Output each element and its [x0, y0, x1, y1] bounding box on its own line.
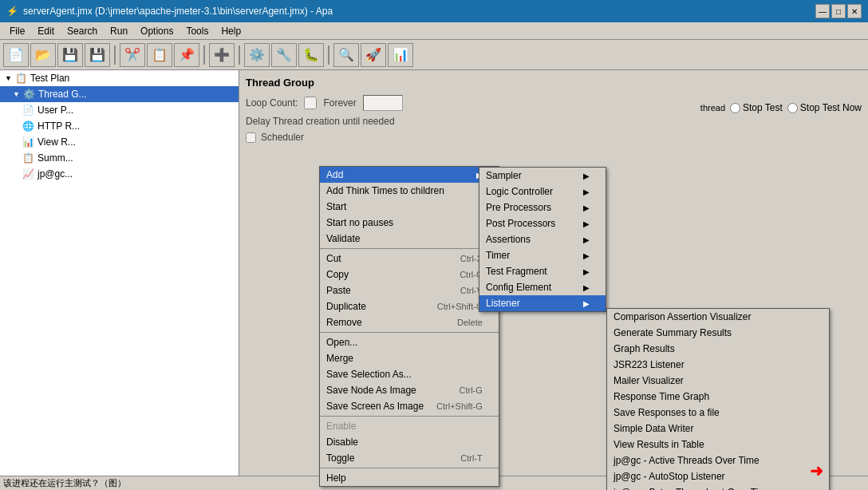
menu-options[interactable]: Options: [134, 24, 180, 38]
toolbar-settings2[interactable]: 🔧: [271, 43, 297, 67]
ls-active-threads[interactable]: jp@gc - Active Threads Over Time: [607, 452, 829, 468]
toolbar-chart[interactable]: 📊: [388, 43, 413, 67]
add-timer-label: Timer: [486, 250, 510, 261]
ctx-help-label: Help: [326, 472, 346, 484]
summ-icon: 📋: [22, 152, 34, 164]
ls-simple-data-label: Simple Data Writer: [614, 423, 693, 434]
add-submenu-timer[interactable]: Timer ▶: [479, 247, 606, 263]
tree-item-user-p[interactable]: 📄 User P...: [0, 102, 239, 118]
ctx-item-start-no-pauses[interactable]: Start no pauses: [320, 215, 499, 231]
toolbar-paste[interactable]: 📌: [174, 43, 199, 67]
ctx-sep-2: [320, 332, 499, 333]
ctx-item-validate[interactable]: Validate: [320, 231, 499, 247]
toolbar-sep-3: [239, 45, 240, 65]
ctx-item-copy[interactable]: Copy Ctrl-C: [320, 267, 499, 283]
ctx-item-merge[interactable]: Merge: [320, 350, 499, 366]
ls-view-table[interactable]: View Results in Table: [607, 437, 829, 452]
tree-item-summ[interactable]: 📋 Summ...: [0, 150, 239, 166]
ctx-add-label: Add: [326, 169, 343, 180]
thread-count-label: thread: [700, 103, 725, 113]
add-submenu-config[interactable]: Config Element ▶: [479, 279, 606, 295]
add-post-label: Post Processors: [486, 218, 555, 229]
menu-run[interactable]: Run: [104, 24, 134, 38]
ls-mailer[interactable]: Mailer Visualizer: [607, 373, 829, 389]
toolbar-cut[interactable]: ✂️: [120, 43, 145, 67]
menu-edit[interactable]: Edit: [31, 24, 61, 38]
ls-jsr223[interactable]: JSR223 Listener: [607, 357, 829, 373]
ctx-item-duplicate[interactable]: Duplicate Ctrl+Shift-C: [320, 298, 499, 314]
tree-item-jpgc[interactable]: 📈 jp@gc...: [0, 166, 239, 182]
tree-item-thread-group[interactable]: ▼ ⚙️ Thread G...: [0, 86, 239, 102]
add-submenu-assertions[interactable]: Assertions ▶: [479, 231, 606, 247]
toolbar-open[interactable]: 📂: [30, 43, 56, 67]
ctx-item-add[interactable]: Add ▶: [320, 167, 499, 183]
toolbar-run[interactable]: 🚀: [361, 43, 386, 67]
maximize-button[interactable]: □: [831, 4, 846, 18]
ctx-item-disable[interactable]: Disable: [320, 434, 499, 450]
toolbar-new[interactable]: 📄: [3, 43, 29, 67]
title-text: serverAgent.jmx (D:\jmeter\apache-jmeter…: [23, 6, 333, 17]
scheduler-label: Scheduler: [261, 132, 304, 143]
forever-checkbox[interactable]: [304, 95, 317, 111]
menu-file[interactable]: File: [3, 24, 31, 38]
ctx-item-toggle[interactable]: Toggle Ctrl-T: [320, 450, 499, 466]
ctx-item-save-sel[interactable]: Save Selection As...: [320, 366, 499, 382]
main-content: ▼ 📋 Test Plan ▼ ⚙️ Thread G... 📄 User P.…: [0, 70, 868, 490]
toolbar-search[interactable]: 🔍: [333, 43, 359, 67]
ls-simple-data[interactable]: Simple Data Writer: [607, 421, 829, 437]
ctx-item-remove[interactable]: Remove Delete: [320, 314, 499, 330]
menu-help[interactable]: Help: [215, 24, 247, 38]
ctx-dup-shortcut: Ctrl+Shift-C: [437, 302, 483, 311]
ctx-item-cut[interactable]: Cut Ctrl-X: [320, 251, 499, 267]
tree-item-view-r[interactable]: 📊 View R...: [0, 134, 239, 150]
jpgc-icon: 📈: [22, 168, 34, 180]
add-sampler-arrow: ▶: [583, 172, 590, 180]
tree-item-http-r[interactable]: 🌐 HTTP R...: [0, 118, 239, 134]
toolbar-add[interactable]: ➕: [209, 43, 235, 67]
ls-response-time-label: Response Time Graph: [614, 391, 709, 402]
add-submenu-logic[interactable]: Logic Controller ▶: [479, 184, 606, 200]
toolbar-sep-1: [114, 45, 116, 65]
ls-autostop[interactable]: jp@gc - AutoStop Listener: [607, 468, 829, 484]
loop-count-input[interactable]: [363, 95, 403, 111]
add-submenu-test-frag[interactable]: Test Fragment ▶: [479, 263, 606, 279]
stop-test-label: Stop Test: [743, 102, 783, 113]
ctx-open-label: Open...: [326, 337, 357, 348]
add-submenu-post[interactable]: Post Processors ▶: [479, 215, 606, 231]
ctx-toggle-shortcut: Ctrl-T: [460, 453, 483, 463]
http-r-icon: 🌐: [22, 121, 34, 132]
toolbar-copy[interactable]: 📋: [147, 43, 172, 67]
toolbar-save-as[interactable]: 💾: [85, 43, 110, 67]
toolbar-debug[interactable]: 🐛: [298, 43, 324, 67]
ctx-item-help[interactable]: Help: [320, 470, 499, 486]
ls-gen-summary[interactable]: Generate Summary Results: [607, 325, 829, 341]
loop-count-label: Loop Count:: [246, 97, 298, 109]
ls-comparison[interactable]: Comparison Assertion Visualizer: [607, 309, 829, 325]
ls-graph-results[interactable]: Graph Results: [607, 341, 829, 357]
toolbar-settings1[interactable]: ⚙️: [244, 43, 270, 67]
app-icon: ⚡: [6, 6, 18, 17]
title-bar-controls: — □ ✕: [815, 4, 862, 18]
ctx-item-open[interactable]: Open...: [320, 334, 499, 350]
ctx-item-start[interactable]: Start: [320, 199, 499, 215]
ls-save-responses[interactable]: Save Responses to a file: [607, 405, 829, 421]
minimize-button[interactable]: —: [815, 4, 830, 18]
ls-response-time[interactable]: Response Time Graph: [607, 389, 829, 405]
stop-test-radio[interactable]: [730, 103, 740, 113]
ls-bytes-throughput[interactable]: jp@gc - Bytes Throughput Over Time: [607, 484, 829, 490]
menu-search[interactable]: Search: [61, 24, 104, 38]
add-submenu-sampler[interactable]: Sampler ▶: [479, 168, 606, 184]
ctx-item-think-times[interactable]: Add Think Times to children: [320, 183, 499, 199]
add-submenu-listener[interactable]: Listener ▶: [479, 295, 606, 311]
menu-tools[interactable]: Tools: [180, 24, 215, 38]
close-button[interactable]: ✕: [847, 4, 862, 18]
stop-test-now-radio[interactable]: [787, 103, 798, 113]
ctx-item-paste[interactable]: Paste Ctrl-V: [320, 283, 499, 298]
triangle-icon-tg: ▼: [13, 90, 20, 98]
add-submenu-pre[interactable]: Pre Processors ▶: [479, 200, 606, 215]
ctx-item-save-screen-img[interactable]: Save Screen As Image Ctrl+Shift-G: [320, 398, 499, 414]
toolbar-save[interactable]: 💾: [57, 43, 83, 67]
tree-item-test-plan[interactable]: ▼ 📋 Test Plan: [0, 70, 239, 86]
scheduler-checkbox[interactable]: [246, 132, 256, 143]
ctx-item-save-node-img[interactable]: Save Node As Image Ctrl-G: [320, 382, 499, 398]
